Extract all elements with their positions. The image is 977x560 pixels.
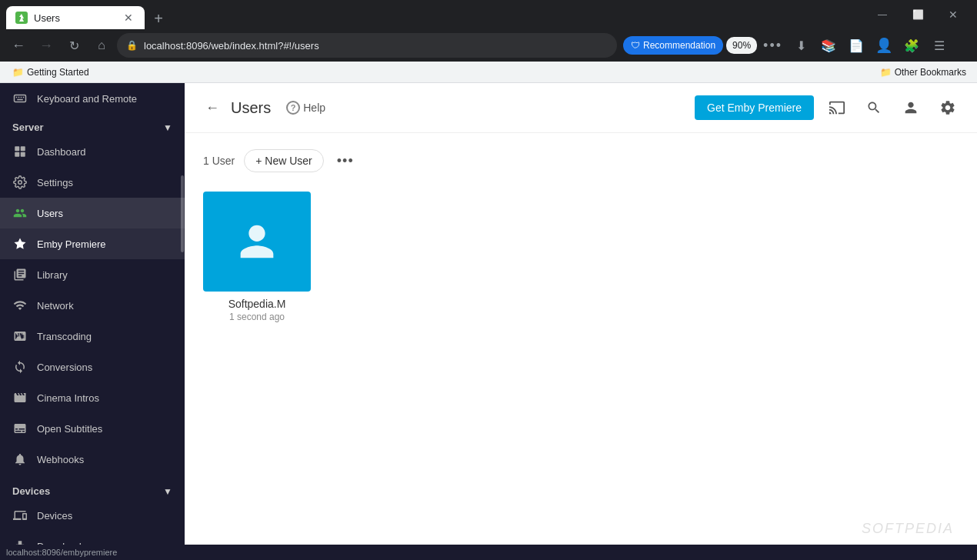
watermark: SOFTPEDIA [862, 521, 954, 537]
users-toolbar: 1 User + New User ••• [203, 148, 959, 173]
sidebar-scrollbar[interactable] [180, 83, 185, 560]
webhooks-icon [12, 452, 28, 467]
devices-section-label: Devices [12, 485, 50, 497]
transcoding-label: Transcoding [37, 331, 92, 342]
more-options-button[interactable]: ••• [760, 38, 785, 54]
forward-nav-button[interactable]: → [34, 33, 58, 58]
sidebar-item-emby-premiere[interactable]: Emby Premiere [0, 228, 185, 259]
settings-icon [12, 175, 28, 190]
other-bookmarks-label: Other Bookmarks [895, 67, 966, 78]
bookmark-getting-started[interactable]: 📁 Getting Started [6, 64, 95, 81]
header-right: Get Emby Premiere [695, 94, 962, 122]
subtitles-icon [12, 421, 28, 436]
dashboard-label: Dashboard [37, 146, 86, 158]
chevron-down-icon: ▼ [163, 122, 172, 133]
reader-mode-icon[interactable]: 📄 [844, 33, 869, 58]
browser-chrome: Users ✕ + — ⬜ ✕ ← → ↻ ⌂ 🔒 localhost:8096… [0, 0, 977, 62]
dashboard-icon [12, 144, 28, 159]
help-button[interactable]: ? Help [277, 98, 335, 118]
home-button[interactable]: ⌂ [89, 33, 114, 58]
network-label: Network [37, 300, 74, 312]
help-icon: ? [286, 101, 300, 115]
settings-header-button[interactable] [934, 94, 962, 122]
keyboard-icon [12, 91, 28, 106]
reload-button[interactable]: ↻ [62, 33, 86, 58]
sidebar-item-cinema[interactable]: Cinema Intros [0, 382, 185, 413]
sidebar-item-subtitles[interactable]: Open Subtitles [0, 413, 185, 444]
sidebar-item-network[interactable]: Network [0, 290, 185, 321]
svg-rect-8 [21, 146, 25, 151]
devices-section-header[interactable]: Devices ▼ [0, 478, 185, 500]
user-card[interactable]: Softpedia.M 1 second ago [203, 192, 311, 322]
network-icon [12, 298, 28, 313]
premiere-button[interactable]: Get Emby Premiere [695, 95, 814, 120]
page-header: ← Users ? Help Get Emby Premiere [185, 83, 977, 133]
tab-favicon [15, 12, 28, 24]
download-icon[interactable]: ⬇ [789, 33, 813, 58]
minimize-button[interactable]: — [865, 0, 900, 29]
browser-toolbar: ← → ↻ ⌂ 🔒 localhost:8096/web/index.html?… [0, 29, 977, 62]
bookmark-folder-icon: 📁 [12, 67, 24, 78]
sidebar-item-devices[interactable]: Devices [0, 500, 185, 531]
webhooks-label: Webhooks [37, 454, 84, 465]
server-section-header[interactable]: Server ▼ [0, 114, 185, 136]
percent-badge: 90% [726, 37, 757, 54]
sidebar-item-keyboard[interactable]: Keyboard and Remote [0, 83, 185, 114]
address-bar[interactable]: 🔒 localhost:8096/web/index.html?#!/users [117, 33, 617, 58]
sidebar-item-dashboard[interactable]: Dashboard [0, 136, 185, 167]
svg-rect-1 [15, 95, 26, 102]
help-label: Help [303, 102, 325, 114]
transcoding-icon [12, 328, 28, 344]
svg-rect-2 [16, 97, 18, 98]
user-name: Softpedia.M [228, 298, 286, 310]
settings-label: Settings [37, 177, 73, 188]
bookmark-label: Getting Started [27, 67, 89, 78]
other-bookmarks[interactable]: 📁 Other Bookmarks [875, 67, 971, 78]
conversions-icon [12, 359, 28, 375]
back-nav-button[interactable]: ← [6, 33, 31, 58]
sidebar-item-webhooks[interactable]: Webhooks [0, 444, 185, 475]
cinema-icon [12, 390, 28, 405]
users-grid: Softpedia.M 1 second ago [203, 192, 959, 322]
account-icon[interactable]: 👤 [872, 33, 896, 58]
new-user-button[interactable]: + New User [244, 149, 324, 172]
back-button[interactable]: ← [200, 95, 225, 120]
sidebar-item-transcoding[interactable]: Transcoding [0, 321, 185, 352]
recommendation-badge[interactable]: 🛡 Recommendation [623, 36, 723, 55]
status-bar: localhost:8096/embypremiere [0, 545, 977, 560]
star-icon [12, 236, 28, 252]
devices-icon [12, 508, 28, 523]
main-body: 1 User + New User ••• Softpedia.M 1 seco… [185, 133, 977, 560]
search-button[interactable] [860, 94, 888, 122]
svg-point-11 [18, 181, 22, 185]
library-sidebar-icon [12, 267, 28, 282]
cast-button[interactable] [823, 94, 851, 122]
emby-premiere-label: Emby Premiere [37, 238, 106, 250]
svg-rect-9 [15, 152, 19, 157]
menu-icon[interactable]: ☰ [927, 33, 952, 58]
page-title: Users [231, 99, 271, 117]
profile-button[interactable] [897, 94, 925, 122]
user-count: 1 User [203, 155, 235, 167]
keyboard-label: Keyboard and Remote [37, 93, 137, 105]
subtitles-label: Open Subtitles [37, 423, 102, 435]
new-tab-button[interactable]: + [148, 8, 169, 29]
extensions-icon[interactable]: 🧩 [899, 33, 924, 58]
sidebar-item-settings[interactable]: Settings [0, 167, 185, 198]
address-url[interactable]: localhost:8096/web/index.html?#!/users [144, 40, 608, 52]
user-time: 1 second ago [229, 312, 285, 322]
browser-tab[interactable]: Users ✕ [6, 6, 145, 29]
status-url: localhost:8096/embypremiere [6, 548, 117, 557]
sidebar-item-users[interactable]: Users [0, 198, 185, 228]
svg-rect-7 [15, 146, 19, 151]
maximize-button[interactable]: ⬜ [900, 0, 935, 29]
sidebar-item-conversions[interactable]: Conversions [0, 352, 185, 382]
tab-close-icon[interactable]: ✕ [122, 11, 135, 25]
sidebar-item-library[interactable]: Library [0, 259, 185, 290]
devices-label: Devices [37, 510, 72, 522]
library-icon[interactable]: 📚 [816, 33, 841, 58]
svg-rect-3 [18, 97, 20, 98]
more-options-button-2[interactable]: ••• [333, 148, 358, 173]
close-button[interactable]: ✕ [935, 0, 971, 29]
server-section-label: Server [12, 122, 43, 133]
